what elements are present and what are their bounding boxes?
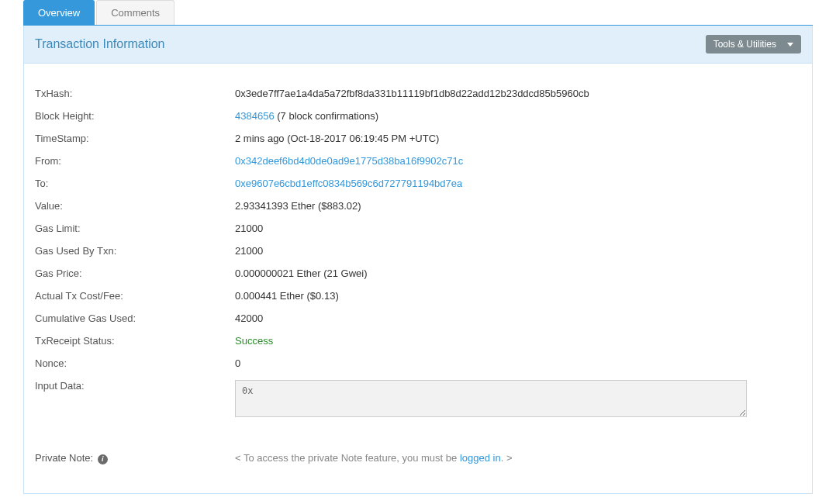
tab-comments[interactable]: Comments — [96, 0, 174, 25]
transaction-details: TxHash: 0x3ede7ff7ae1a4da5a72fbf8da331b1… — [23, 64, 813, 494]
title-bar: Transaction Information Tools & Utilitie… — [23, 26, 813, 64]
label-to: To: — [35, 178, 235, 189]
value-cumulative-gas: 42000 — [235, 312, 801, 324]
input-data-textarea[interactable] — [235, 380, 747, 417]
label-value: Value: — [35, 200, 235, 212]
private-note-text: < To access the private Note feature, yo… — [235, 452, 801, 464]
label-gas-limit: Gas Limit: — [35, 223, 235, 234]
value-timestamp: 2 mins ago (Oct-18-2017 06:19:45 PM +UTC… — [235, 133, 801, 144]
label-gas-used: Gas Used By Txn: — [35, 245, 235, 257]
label-timestamp: TimeStamp: — [35, 133, 235, 144]
label-receipt-status: TxReceipt Status: — [35, 335, 235, 347]
label-actual-cost: Actual Tx Cost/Fee: — [35, 290, 235, 302]
value-gas-price: 0.000000021 Ether (21 Gwei) — [235, 268, 801, 279]
label-cumulative-gas: Cumulative Gas Used: — [35, 312, 235, 324]
value-value: 2.93341393 Ether ($883.02) — [235, 200, 801, 212]
page-title: Transaction Information — [35, 37, 164, 51]
value-block-height: 4384656 (7 block confirmations) — [235, 110, 801, 122]
block-confirmations: (7 block confirmations) — [275, 110, 378, 122]
tools-utilities-button[interactable]: Tools & Utilities — [706, 35, 801, 54]
block-height-link[interactable]: 4384656 — [235, 110, 275, 122]
from-address-link[interactable]: 0x342deef6bd4d0de0ad9e1775d38ba16f9902c7… — [235, 155, 463, 167]
label-input-data: Input Data: — [35, 380, 235, 392]
to-address-link[interactable]: 0xe9607e6cbd1effc0834b569c6d727791194bd7… — [235, 178, 462, 189]
label-block-height: Block Height: — [35, 110, 235, 122]
value-nonce: 0 — [235, 357, 801, 369]
label-gas-price: Gas Price: — [35, 268, 235, 279]
caret-down-icon — [787, 43, 793, 47]
info-icon: i — [98, 454, 108, 464]
value-txhash: 0x3ede7ff7ae1a4da5a72fbf8da331b11119bf1d… — [235, 88, 801, 99]
tab-overview[interactable]: Overview — [23, 0, 95, 25]
label-from: From: — [35, 155, 235, 167]
value-receipt-status: Success — [235, 335, 801, 347]
value-gas-limit: 21000 — [235, 223, 801, 234]
label-private-note: Private Note: i — [35, 452, 235, 464]
tools-utilities-label: Tools & Utilities — [713, 39, 776, 50]
label-txhash: TxHash: — [35, 88, 235, 99]
logged-in-link[interactable]: logged in — [460, 452, 501, 464]
label-nonce: Nonce: — [35, 357, 235, 369]
value-gas-used: 21000 — [235, 245, 801, 257]
value-actual-cost: 0.000441 Ether ($0.13) — [235, 290, 801, 302]
tabs: Overview Comments — [23, 0, 813, 26]
